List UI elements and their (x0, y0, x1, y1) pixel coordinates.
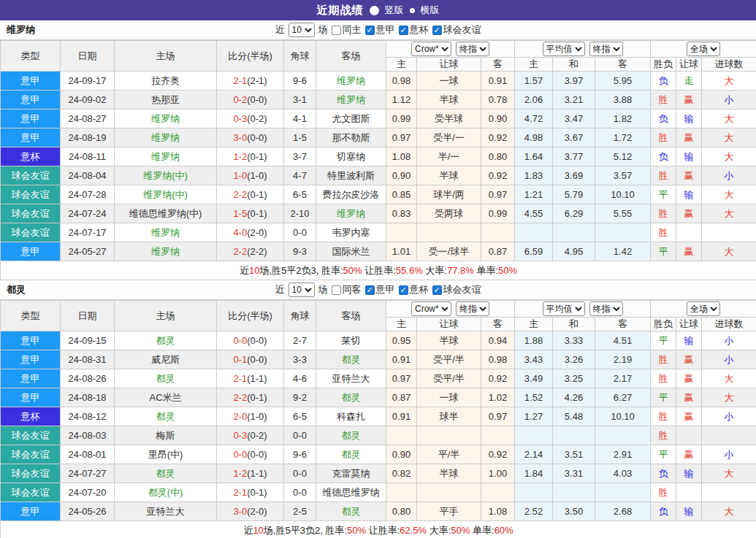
result-wdl: 平 (651, 185, 676, 204)
away-team: 韦罗内塞 (316, 223, 386, 242)
fullmatch-select[interactable]: 全场 (687, 301, 720, 316)
sub-col-avg-away: 客 (595, 58, 651, 72)
half-time-score: (0-1) (247, 487, 267, 498)
average-select[interactable]: 平均值 (543, 301, 585, 316)
league-friendly-label: 球会友谊 (443, 283, 481, 296)
sub-col-wdl: 胜负 (651, 58, 676, 72)
match-date: 24-08-31 (61, 350, 115, 369)
avg-draw-odds: 3.77 (553, 147, 595, 166)
half-time-score: (2-0) (247, 506, 267, 517)
full-time-score: 2-2 (233, 246, 247, 257)
match-row: 球会友谊24-07-24维德思维罗纳(中)1-5(0-1)2-10维罗纳0.83… (1, 204, 756, 223)
final-odds-select-2[interactable]: 终指 (589, 301, 623, 316)
league-serie-a-checkbox[interactable] (365, 26, 375, 35)
corner-score: 3-3 (284, 350, 316, 369)
sub-col-handicap: 让球 (417, 58, 481, 72)
away-odds: 0.92 (481, 128, 515, 147)
same-venue-checkbox[interactable] (332, 285, 341, 295)
final-score: 2-1(0-1) (217, 483, 284, 502)
col-score: 比分(半场) (217, 301, 284, 331)
league-cup-label: 意杯 (410, 23, 429, 36)
avg-draw-odds: 3.26 (553, 350, 595, 369)
away-team: 切塞纳 (316, 147, 386, 166)
avg-away-odds: 5.95 (595, 72, 651, 91)
fullmatch-select[interactable]: 全场 (687, 42, 720, 56)
away-odds: 0.92 (481, 369, 515, 388)
sub-col-goals: 进球数 (702, 318, 756, 331)
league-cup-checkbox[interactable] (399, 285, 408, 295)
result-goals: 大 (702, 72, 756, 91)
home-team: 维罗纳 (115, 109, 217, 128)
final-odds-select-2[interactable]: 终指 (589, 42, 623, 56)
home-team: 都灵 (115, 407, 217, 426)
corner-score: 0-0 (284, 483, 316, 502)
result-goals (702, 223, 756, 242)
league-serie-a-label: 意甲 (376, 23, 395, 36)
avg-draw-odds: 3.69 (553, 166, 595, 185)
match-date: 24-08-18 (61, 388, 115, 407)
bookmaker-select[interactable]: Crow* (411, 42, 451, 56)
league-badge: 球会友谊 (1, 445, 61, 464)
corner-score: 9-2 (284, 388, 316, 407)
league-friendly-checkbox[interactable] (432, 26, 442, 35)
corner-score: 0-0 (284, 223, 316, 242)
same-venue-checkbox[interactable] (332, 26, 341, 35)
full-time-score: 1-5 (233, 208, 247, 219)
final-odds-select[interactable]: 终指 (456, 301, 489, 316)
away-odds: 0.90 (481, 109, 515, 128)
away-team: 那不勒斯 (316, 128, 386, 147)
home-odds: 1.12 (386, 91, 417, 109)
away-odds: 0.92 (481, 445, 515, 464)
half-time-score: (0-0) (247, 354, 267, 365)
home-odds: 0.80 (386, 502, 417, 521)
result-wdl: 胜 (651, 166, 676, 185)
avg-away-odds: 4.51 (595, 331, 651, 350)
match-date: 24-08-19 (61, 128, 115, 147)
away-odds: 0.98 (481, 350, 515, 369)
games-count-select[interactable]: 10 (289, 23, 315, 37)
away-odds: 0.80 (481, 147, 515, 166)
full-time-score: 2-2 (233, 392, 247, 403)
result-wdl: 胜 (651, 426, 676, 445)
match-date: 24-08-11 (61, 147, 115, 166)
corner-score: 9-6 (284, 445, 316, 464)
home-odds: 0.98 (386, 72, 417, 91)
match-date: 24-08-26 (61, 369, 115, 388)
away-odds (481, 483, 515, 502)
horizontal-layout-radio[interactable] (410, 8, 415, 13)
home-odds (386, 426, 417, 445)
match-row: 意甲24-08-18AC米兰2-2(0-1)9-2都灵0.87一球1.021.5… (1, 388, 756, 407)
average-select[interactable]: 平均值 (543, 42, 585, 56)
result-handicap: 输 (676, 464, 702, 483)
vertical-layout-radio[interactable] (370, 6, 379, 15)
avg-home-odds: 1.83 (515, 166, 553, 185)
half-time-score: (1-1) (247, 468, 267, 479)
sub-col-avg-home: 主 (515, 318, 553, 331)
final-odds-select[interactable]: 终指 (456, 42, 489, 56)
league-friendly-checkbox[interactable] (432, 285, 442, 295)
result-handicap: 赢 (676, 128, 702, 147)
league-cup-checkbox[interactable] (399, 26, 408, 35)
result-goals: 小 (702, 407, 756, 426)
avg-home-odds (515, 223, 553, 242)
bookmaker-select[interactable]: Crow* (411, 301, 451, 316)
away-odds: 1.02 (481, 388, 515, 407)
home-team: 维德思维罗纳(中) (115, 204, 217, 223)
result-handicap (676, 483, 702, 502)
sub-col-avg-home: 主 (515, 58, 553, 72)
final-score: 0-2(0-0) (217, 91, 284, 109)
home-odds: 0.82 (386, 464, 417, 483)
league-serie-a-checkbox[interactable] (365, 285, 375, 295)
avg-home-odds: 2.52 (515, 502, 553, 521)
home-team: 拉齐奥 (115, 72, 217, 91)
avg-home-odds: 6.59 (515, 242, 553, 261)
final-score: 1-2(0-1) (217, 147, 284, 166)
home-team: 维罗纳(中) (115, 166, 217, 185)
avg-draw-odds: 3.47 (553, 109, 595, 128)
result-wdl: 负 (651, 72, 676, 91)
result-goals: 大 (702, 128, 756, 147)
result-handicap: 输 (676, 185, 702, 204)
sub-col-handicap-result: 让球 (676, 58, 702, 72)
games-count-select[interactable]: 10 (289, 283, 315, 297)
result-goals: 大 (702, 185, 756, 204)
